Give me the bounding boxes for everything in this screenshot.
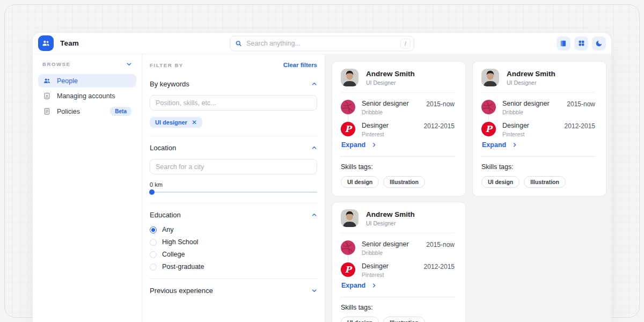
divider <box>341 156 455 157</box>
experience-period: 2015-now <box>567 100 595 108</box>
person-role: UI Designer <box>366 79 415 86</box>
bookmarks-button[interactable] <box>557 36 570 50</box>
skill-tag[interactable]: Illustration <box>383 176 425 188</box>
slider-thumb[interactable] <box>149 189 155 195</box>
cards-grid: Andrew Smith UI Designer <box>332 61 606 322</box>
experience-period: 2012-2015 <box>565 122 595 130</box>
divider <box>481 92 595 93</box>
app-body: BROWSE People <box>33 54 611 322</box>
education-section-header[interactable]: Education <box>150 211 317 219</box>
search-placeholder: Search anything... <box>246 40 301 47</box>
experience-row: P Desinger Pinterest 2012-2015 <box>481 122 595 137</box>
divider <box>481 156 595 157</box>
radio-button[interactable] <box>150 239 157 246</box>
divider <box>149 279 318 279</box>
experience-row: Senior designer Dribbble 2015-now <box>481 100 595 115</box>
radio-option-high-school[interactable]: High School <box>150 238 317 246</box>
divider <box>341 233 455 233</box>
skills-tags-label: Skills tags: <box>481 163 595 171</box>
search-shortcut-key: / <box>400 38 411 48</box>
chevron-up-icon <box>311 212 317 218</box>
education-label: Education <box>150 211 181 219</box>
pinterest-icon: P <box>481 122 496 136</box>
skill-tag[interactable]: Illustration <box>383 317 425 322</box>
divider <box>149 136 318 136</box>
divider <box>341 92 455 93</box>
radio-button[interactable] <box>150 251 157 258</box>
previous-experience-label: Previous experience <box>150 287 213 295</box>
avatar <box>481 69 499 86</box>
location-section-header[interactable]: Location <box>150 144 317 152</box>
sidebar-nav: People Managing accounts <box>38 74 136 119</box>
moon-icon <box>595 40 603 47</box>
skills-tags-label: Skills tags: <box>341 304 455 311</box>
browse-section-header[interactable]: BROWSE <box>38 61 136 67</box>
city-search-input[interactable] <box>150 159 317 174</box>
experience-company: Pinterest <box>362 272 389 278</box>
search-input[interactable]: Search anything... / <box>230 35 414 51</box>
keywords-input[interactable] <box>150 95 317 111</box>
chevron-up-icon <box>311 145 317 151</box>
dribbble-icon <box>481 100 496 114</box>
radio-button[interactable] <box>150 226 157 233</box>
skill-tag[interactable]: UI design <box>341 317 379 322</box>
experience-period: 2012-2015 <box>424 262 455 270</box>
profile-card[interactable]: Andrew Smith UI Designer <box>332 61 466 196</box>
experience-row: Senior designer Dribbble 2015-now <box>341 100 455 115</box>
expand-link[interactable]: Expand <box>341 282 377 289</box>
keywords-label: By keywords <box>150 80 189 88</box>
experience-title: Desinger <box>362 262 389 270</box>
app-logo <box>38 35 54 51</box>
experience-company: Dribbble <box>362 250 409 256</box>
experience-company: Dribbble <box>502 109 550 115</box>
person-role: UI Designer <box>507 79 555 86</box>
close-icon[interactable]: ✕ <box>192 119 197 126</box>
person-name: Andrew Smith <box>507 70 555 78</box>
experience-list: Senior designer Dribbble 2015-now P Desi… <box>341 100 455 137</box>
skill-tag[interactable]: UI design <box>481 176 519 188</box>
chevron-right-icon <box>371 142 377 148</box>
dark-mode-button[interactable] <box>592 36 606 50</box>
experience-company: Pinterest <box>502 131 529 137</box>
keywords-section-header[interactable]: By keywords <box>150 80 317 88</box>
page-title: Team <box>60 39 79 47</box>
sidebar-item-label: Managing accounts <box>57 92 115 100</box>
sidebar-item-managing-accounts[interactable]: Managing accounts <box>38 89 136 103</box>
apps-button[interactable] <box>574 36 588 50</box>
keyword-tag-chip[interactable]: UI designer ✕ <box>150 117 202 128</box>
profile-card[interactable]: Andrew Smith UI Designer <box>472 61 606 196</box>
skill-tag[interactable]: UI design <box>341 176 379 188</box>
radio-option-post-graduate[interactable]: Post-graduate <box>150 263 317 270</box>
pinterest-icon: P <box>341 262 355 277</box>
clear-filters-link[interactable]: Clear filters <box>283 62 317 68</box>
experience-period: 2015-now <box>426 100 455 108</box>
keyword-tag-label: UI designer <box>155 119 187 126</box>
experience-company: Dribbble <box>362 109 409 115</box>
expand-link[interactable]: Expand <box>482 141 517 149</box>
grid-icon <box>578 40 585 47</box>
expand-link[interactable]: Expand <box>341 141 377 149</box>
results-area: Andrew Smith UI Designer <box>325 54 611 322</box>
chevron-right-icon <box>512 142 517 148</box>
slider-track <box>150 192 317 193</box>
skill-tag[interactable]: Illustration <box>524 176 566 188</box>
location-label: Location <box>150 144 176 152</box>
experience-row: P Desinger Pinterest 2012-2015 <box>341 122 455 137</box>
avatar <box>341 69 358 86</box>
sidebar-item-people[interactable]: People <box>38 74 136 87</box>
radio-option-college[interactable]: College <box>150 251 317 258</box>
beta-badge: Beta <box>110 107 131 116</box>
sidebar: BROWSE People <box>33 54 142 322</box>
previous-experience-section-header[interactable]: Previous experience <box>150 287 317 295</box>
radio-option-any[interactable]: Any <box>150 226 317 233</box>
experience-title: Senior designer <box>502 100 550 107</box>
distance-slider[interactable] <box>150 189 317 195</box>
experience-title: Desinger <box>502 122 529 129</box>
avatar <box>341 209 358 227</box>
profile-card[interactable]: Andrew Smith UI Designer <box>332 202 466 322</box>
document-icon <box>43 107 51 115</box>
radio-button[interactable] <box>150 264 157 270</box>
sidebar-item-policies[interactable]: Policies Beta <box>38 104 136 119</box>
chevron-up-icon <box>311 81 317 87</box>
experience-row: Senior designer Dribbble 2015-now <box>341 240 455 256</box>
